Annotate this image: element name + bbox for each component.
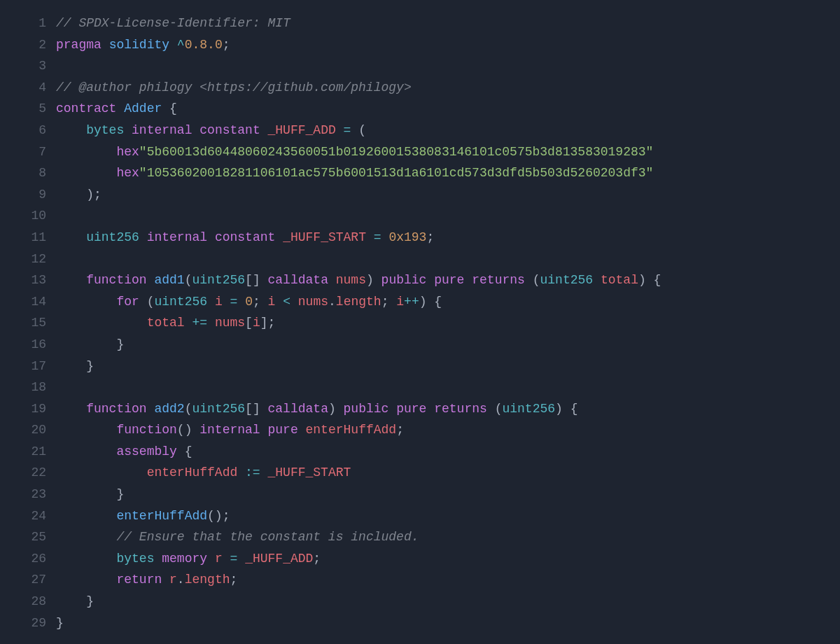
- token-typename: uint256: [502, 402, 555, 416]
- token-plain: [56, 423, 116, 437]
- token-keyword: pure: [396, 402, 426, 416]
- line-number: 6: [0, 120, 56, 141]
- token-keyword: public: [344, 402, 389, 416]
- token-plain: [56, 594, 86, 608]
- code-line: 27 return r.length;: [0, 569, 840, 591]
- token-ident: solidity: [109, 38, 169, 52]
- line-number: 12: [0, 248, 56, 270]
- code-line: 19 function add2(uint256[] calldata) pub…: [0, 398, 840, 420]
- token-punct: [: [245, 316, 253, 330]
- code-line: 11 uint256 internal constant _HUFF_START…: [0, 227, 840, 248]
- code-line: 7 hex"5b60013d60448060243560051b01926001…: [0, 141, 840, 163]
- line-number: 1: [0, 13, 56, 34]
- token-punct: ;: [253, 295, 268, 309]
- token-op: =: [230, 552, 238, 566]
- token-number: 0.8.0: [185, 38, 223, 52]
- line-number: 21: [0, 441, 56, 463]
- code-line: 5contract Adder {: [0, 98, 840, 120]
- token-punct: (: [185, 402, 192, 416]
- code-content: }: [56, 334, 840, 356]
- token-var: enterHuffAdd: [147, 465, 238, 479]
- token-plain: [237, 552, 245, 566]
- token-comment: // SPDX-License-Identifier: MIT: [56, 16, 290, 30]
- token-plain: [147, 402, 155, 416]
- token-keyword: assembly: [116, 444, 176, 458]
- code-content: [56, 205, 840, 227]
- code-line: 20 function() internal pure enterHuffAdd…: [0, 419, 840, 441]
- token-plain: [185, 316, 192, 330]
- line-number: 23: [0, 484, 56, 505]
- token-plain: [56, 359, 86, 373]
- token-plain: [207, 295, 215, 309]
- token-plain: [290, 295, 298, 309]
- token-plain: [56, 530, 116, 544]
- token-typename: uint256: [154, 295, 207, 309]
- token-var: enterHuffAdd: [306, 423, 397, 437]
- token-const: _HUFF_ADD: [268, 123, 336, 137]
- token-plain: [139, 230, 147, 244]
- code-content: return r.length;: [56, 569, 840, 591]
- token-plain: [56, 123, 86, 137]
- token-plain: [56, 295, 116, 309]
- token-funcname: add1: [154, 273, 184, 287]
- line-number: 7: [0, 141, 56, 163]
- token-ident: Adder: [124, 102, 162, 115]
- code-content: function() internal pure enterHuffAdd;: [56, 419, 840, 441]
- token-plain: [56, 316, 147, 330]
- token-typename: bytes: [116, 552, 154, 566]
- token-plain: [56, 465, 147, 479]
- code-content: }: [56, 356, 840, 377]
- code-content: );: [56, 184, 840, 206]
- token-punct: (: [533, 273, 540, 287]
- token-plain: [275, 230, 283, 244]
- token-plain: [237, 465, 245, 479]
- code-line: 10: [0, 205, 840, 227]
- line-number: 25: [0, 526, 56, 548]
- token-keyword: function: [86, 273, 146, 287]
- token-funcname: add2: [154, 402, 184, 416]
- code-line: 14 for (uint256 i = 0; i < nums.length; …: [0, 291, 840, 313]
- code-line: 23 }: [0, 484, 840, 505]
- token-punct: .: [328, 295, 336, 309]
- line-number: 27: [0, 569, 56, 591]
- line-number: 16: [0, 334, 56, 356]
- code-content: }: [56, 484, 840, 505]
- token-number: 0: [245, 295, 253, 309]
- token-punct: }: [56, 616, 64, 630]
- token-plain: [177, 444, 185, 458]
- token-plain: [366, 230, 374, 244]
- token-keyword: calldata: [268, 273, 328, 287]
- token-var: nums: [215, 316, 245, 330]
- token-plain: [56, 273, 86, 287]
- line-number: 28: [0, 591, 56, 612]
- token-plain: [56, 444, 116, 458]
- code-content: hex"10536020018281106101ac575b6001513d1a…: [56, 162, 840, 184]
- code-content: function add2(uint256[] calldata) public…: [56, 398, 840, 420]
- code-content: [56, 377, 840, 398]
- code-content: // Ensure that the constant is included.: [56, 526, 840, 548]
- token-typename: bytes: [86, 123, 124, 137]
- code-content: }: [56, 591, 840, 612]
- token-keyword: pragma: [56, 38, 102, 52]
- token-plain: [56, 145, 116, 159]
- token-var: r: [215, 552, 223, 566]
- code-line: 24 enterHuffAdd();: [0, 505, 840, 527]
- token-plain: [207, 316, 215, 330]
- token-plain: [426, 273, 434, 287]
- token-punct: ) {: [419, 295, 442, 309]
- code-line: 15 total += nums[i];: [0, 312, 840, 334]
- token-plain: [260, 465, 268, 479]
- token-attr: length: [185, 573, 230, 587]
- token-punct: ();: [207, 509, 230, 523]
- token-plain: [298, 423, 306, 437]
- token-punct: }: [116, 337, 124, 351]
- token-punct: (): [177, 423, 200, 437]
- code-content: assembly {: [56, 441, 840, 463]
- code-content: hex"5b60013d60448060243560051b0192600153…: [56, 141, 840, 163]
- token-keyword: public: [382, 273, 427, 287]
- token-punct: ;: [396, 423, 404, 437]
- code-line: 9 );: [0, 184, 840, 206]
- token-plain: [162, 573, 169, 587]
- token-punct: ];: [260, 316, 276, 330]
- code-line: 4// @author philogy <https://github.com/…: [0, 77, 840, 99]
